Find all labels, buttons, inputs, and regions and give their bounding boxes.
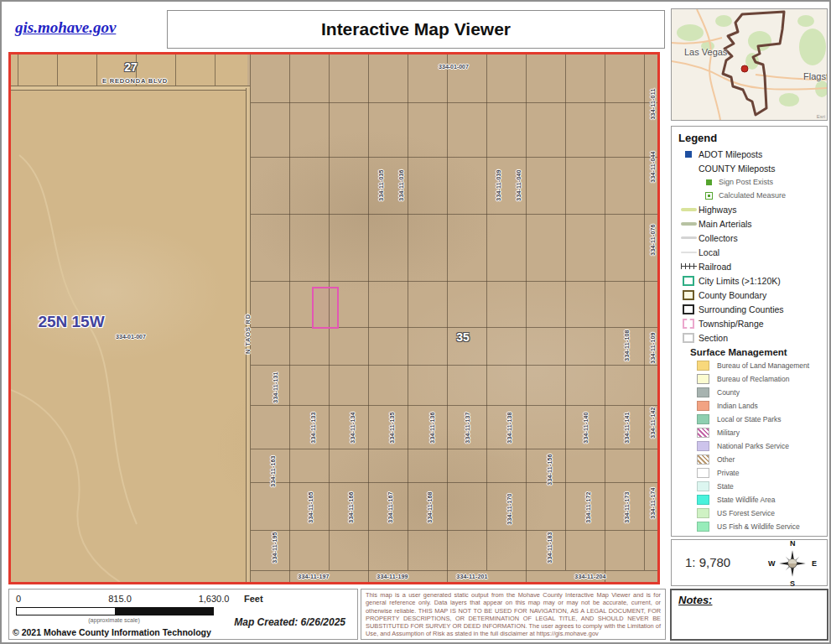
legend-item: Calculated Measure [699,189,823,202]
parcel-label: 334-11-136 [429,412,435,443]
surface-item-label: Bureau of Reclamation [717,375,789,383]
surface-item-label: US Forest Service [717,509,775,517]
site-link[interactable]: gis.mohave.gov [15,18,116,37]
legend-item-label: County Boundary [699,290,766,300]
legend-item: Railroad [678,259,823,273]
parcel-label: 334-11-108 [624,330,630,361]
legend-items: ADOT MilepostsCOUNTY MilepostsSign Post … [678,147,823,345]
scalebar-panel: 0 815.0 1,630.0 Feet (approximate scale)… [8,589,358,640]
disclaimer-text: This map is a user generated static outp… [366,591,661,638]
surface-swatch-icon [697,428,709,438]
surface-swatch-icon [697,508,709,518]
scalebar-unit: Feet [244,594,263,604]
legend-item: Main Arterials [678,216,823,231]
parcel-label: 334-11-141 [624,412,630,443]
parcel-label: 334-11-174 [650,487,656,518]
legend-swatch-icon [683,304,694,314]
surface-management-item: Military [697,426,823,439]
surface-management-item: Local or State Parks [697,413,823,426]
township-label: 25N 15W [38,313,104,331]
surface-item-label: Indian Lands [717,402,758,410]
legend-swatch-icon [681,262,697,270]
surface-management-item: State [697,480,823,493]
surface-management-item: State Wildlife Area [697,493,823,506]
legend-item-label: ADOT Mileposts [699,149,762,159]
surface-swatch-icon [697,468,709,478]
legend-item-label: Main Arterials [699,219,752,229]
surface-item-label: National Parks Service [717,442,789,450]
surface-management-item: County [697,386,823,399]
parcel-label: 334-11-195 [272,532,278,563]
compass-star [777,548,808,579]
legend-item: City Limits (>1:120K) [678,273,823,288]
minimap-graphic [672,9,827,120]
legend-item: Sign Post Exists [699,175,823,189]
disclaimer-box: This map is a user generated static outp… [361,589,666,640]
legend-swatch-icon [681,222,697,226]
legend-item-label: Railroad [699,262,731,272]
parcel-label: 334-11-076 [650,224,656,255]
legend-panel: Legend ADOT MilepostsCOUNTY MilepostsSig… [671,126,828,537]
surface-item-label: Private [717,469,739,477]
parcel-label: 334-11-109 [650,332,656,363]
overview-minimap: Las Vegas Flagstaff Esri [671,8,828,121]
legend-item: COUNTY Mileposts [678,161,823,175]
surface-item-label: State Wildlife Area [717,496,775,504]
surface-item-label: Military [717,428,740,437]
scalebar-approx-note: (approximate scale) [43,617,185,623]
legend-swatch-icon [705,192,713,200]
legend-swatch-icon [685,151,692,158]
surface-management-item: Indian Lands [697,399,823,413]
surface-swatch-icon [697,401,709,411]
parcel-label: 334-11-201 [456,574,487,579]
surface-item-label: US Fish & Wildlife Service [717,522,800,531]
parcel-label: 334-11-172 [585,491,591,522]
map-canvas[interactable]: 27E REDONDA BLVD334-01-00725N 15W334-01-… [8,52,660,584]
legend-swatch-icon [681,252,697,253]
legend-swatch-icon [683,290,694,300]
scale-panel: 1: 9,780 N E S W [671,539,828,586]
parcel-label: 334-11-011 [650,88,656,119]
compass-s: S [790,579,795,588]
legend-item-label: Surrounding Counties [699,304,784,314]
scalebar [16,607,214,615]
parcel-label: 334-11-040 [516,169,522,200]
legend-item-label: Calculated Measure [719,191,786,200]
parcel-label: 334-11-166 [348,491,354,522]
surface-item-label: Bureau of Land Management [717,361,809,370]
scalebar-zero: 0 [16,594,21,604]
parcel-label: 334-11-134 [350,412,356,443]
surface-item-label: State [717,482,734,491]
legend-swatch-icon [681,208,697,211]
surface-swatch-icon [697,481,709,491]
legend-swatch-icon [683,333,694,343]
surface-swatch-icon [697,374,709,384]
legend-item: County Boundary [678,288,823,302]
legend-item-label: Sign Post Exists [719,178,773,186]
legend-item-label: Section [699,333,728,343]
surface-management-item: Other [697,453,823,466]
parcel-label: 334-11-036 [398,169,404,200]
surface-swatch-icon [697,454,709,465]
page: gis.mohave.gov Interactive Map Viewer La… [0,0,831,644]
parcel-label: 334-11-138 [506,412,512,443]
section-label: 35 [456,330,470,344]
scalebar-max: 1,630.0 [189,594,239,604]
surface-item-label: County [717,388,740,397]
legend-item: ADOT Mileposts [678,147,823,161]
apn-label: 334-01-007 [116,334,146,340]
compass-e: E [812,559,817,568]
legend-swatch-icon [683,319,694,329]
parcel-label: 334-11-197 [298,574,329,579]
notes-panel: Notes: [670,589,828,641]
parcel-label: 334-11-204 [574,574,605,579]
e-redonda-blvd-road [11,86,250,91]
surface-management-item: US Forest Service [697,506,823,520]
minimap-greenery [677,15,827,106]
parcel-label: 334-11-133 [310,412,316,443]
surface-swatch-icon [697,387,709,397]
parcel-label: 334-11-039 [496,169,501,200]
surface-management-item: Bureau of Land Management [697,359,823,372]
parcel-label: 334-11-165 [308,491,314,522]
legend-item-label: Collectors [699,233,738,243]
